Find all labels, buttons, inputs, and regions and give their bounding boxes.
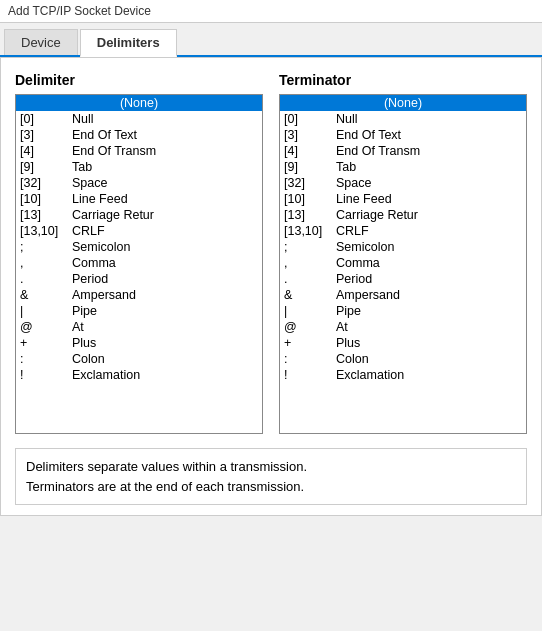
item-label: Line Feed [336,192,392,206]
item-code: [13] [20,208,72,222]
list-item[interactable]: !Exclamation [280,367,526,383]
item-label: Tab [336,160,356,174]
item-code: & [284,288,336,302]
list-item[interactable]: :Colon [16,351,262,367]
list-item[interactable]: [32]Space [280,175,526,191]
item-label: Semicolon [72,240,130,254]
item-code: [32] [284,176,336,190]
list-item[interactable]: +Plus [280,335,526,351]
tab-delimiters[interactable]: Delimiters [80,29,177,57]
list-item[interactable]: .Period [16,271,262,287]
item-label: Pipe [72,304,97,318]
list-item[interactable]: (None) [280,95,526,111]
list-item[interactable]: [9]Tab [16,159,262,175]
terminator-listbox[interactable]: (None)[0]Null[3]End Of Text[4]End Of Tra… [279,94,527,434]
item-code: @ [284,320,336,334]
list-item[interactable]: [3]End Of Text [16,127,262,143]
item-label: Carriage Retur [336,208,418,222]
list-item[interactable]: .Period [280,271,526,287]
list-item[interactable]: [0]Null [16,111,262,127]
item-code: & [20,288,72,302]
delimiter-listbox[interactable]: (None)[0]Null[3]End Of Text[4]End Of Tra… [15,94,263,434]
item-code: [4] [284,144,336,158]
item-code: @ [20,320,72,334]
list-item[interactable]: ,Comma [16,255,262,271]
item-label: At [336,320,348,334]
item-label: Semicolon [336,240,394,254]
item-code: [32] [20,176,72,190]
item-label: At [72,320,84,334]
footer-line1: Delimiters separate values within a tran… [26,457,516,477]
list-item[interactable]: [0]Null [280,111,526,127]
list-item[interactable]: [13]Carriage Retur [280,207,526,223]
list-item[interactable]: [32]Space [16,175,262,191]
item-label: Null [336,112,358,126]
item-code: , [284,256,336,270]
item-label: End Of Text [336,128,401,142]
item-label: Carriage Retur [72,208,154,222]
item-label: Plus [72,336,96,350]
item-label: Period [72,272,108,286]
terminator-panel: Terminator (None)[0]Null[3]End Of Text[4… [279,72,527,434]
tab-device[interactable]: Device [4,29,78,55]
list-item[interactable]: +Plus [16,335,262,351]
item-code: [3] [284,128,336,142]
item-label: Colon [336,352,369,366]
terminator-panel-title: Terminator [279,72,527,88]
item-label: Space [72,176,107,190]
panels-row: Delimiter (None)[0]Null[3]End Of Text[4]… [15,72,527,434]
list-item[interactable]: |Pipe [280,303,526,319]
item-code: ! [20,368,72,382]
item-code: [9] [284,160,336,174]
item-code: [0] [20,112,72,126]
item-label: Ampersand [72,288,136,302]
item-code: [13,10] [284,224,336,238]
footer-line2: Terminators are at the end of each trans… [26,477,516,497]
item-label: Exclamation [336,368,404,382]
list-item[interactable]: [4]End Of Transm [16,143,262,159]
item-label: CRLF [336,224,369,238]
list-item[interactable]: [10]Line Feed [280,191,526,207]
list-item[interactable]: [13]Carriage Retur [16,207,262,223]
item-code: + [284,336,336,350]
list-item[interactable]: [4]End Of Transm [280,143,526,159]
list-item[interactable]: [13,10]CRLF [280,223,526,239]
list-item[interactable]: [10]Line Feed [16,191,262,207]
item-label: Pipe [336,304,361,318]
list-item[interactable]: (None) [16,95,262,111]
delimiter-panel-title: Delimiter [15,72,263,88]
title-bar: Add TCP/IP Socket Device [0,0,542,23]
item-code: , [20,256,72,270]
tab-bar: Device Delimiters [0,23,542,57]
item-label: End Of Text [72,128,137,142]
item-code: . [284,272,336,286]
list-item[interactable]: !Exclamation [16,367,262,383]
item-code: [3] [20,128,72,142]
item-code: | [20,304,72,318]
list-item[interactable]: [13,10]CRLF [16,223,262,239]
item-code: [4] [20,144,72,158]
item-code: ! [284,368,336,382]
item-code: : [284,352,336,366]
list-item[interactable]: @At [16,319,262,335]
item-label: Exclamation [72,368,140,382]
list-item[interactable]: ,Comma [280,255,526,271]
item-code: [9] [20,160,72,174]
title-text: Add TCP/IP Socket Device [8,4,151,18]
item-code: ; [284,240,336,254]
list-item[interactable]: &Ampersand [16,287,262,303]
list-item[interactable]: ;Semicolon [16,239,262,255]
item-code: [10] [20,192,72,206]
item-label: Tab [72,160,92,174]
footer-text: Delimiters separate values within a tran… [15,448,527,505]
item-label: End Of Transm [336,144,420,158]
item-code: . [20,272,72,286]
list-item[interactable]: :Colon [280,351,526,367]
list-item[interactable]: |Pipe [16,303,262,319]
list-item[interactable]: &Ampersand [280,287,526,303]
list-item[interactable]: [9]Tab [280,159,526,175]
list-item[interactable]: ;Semicolon [280,239,526,255]
item-label: Colon [72,352,105,366]
list-item[interactable]: [3]End Of Text [280,127,526,143]
list-item[interactable]: @At [280,319,526,335]
